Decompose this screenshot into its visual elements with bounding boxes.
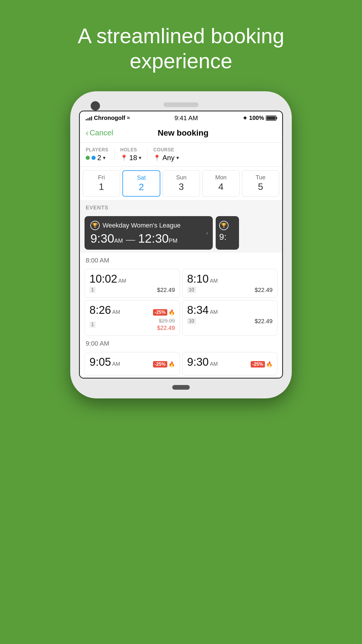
slot-905[interactable]: 9:05 AM -25% 🔥 xyxy=(85,352,180,375)
holes-value-row[interactable]: 📍 18 ▾ xyxy=(120,154,142,162)
slot-original-price-826: $29.99 xyxy=(159,318,175,324)
phone-screen: Chronogolf ≈ 9:41 AM ✦ 100% ‹ Cancel New… xyxy=(79,111,283,379)
course-label: COURSE xyxy=(153,147,276,153)
trophy-icon-partial: 🏆 xyxy=(219,221,229,230)
nav-title: New booking xyxy=(113,128,253,138)
date-day-sun: Sun xyxy=(176,174,187,181)
signal-bar-2 xyxy=(87,118,89,120)
course-value-row[interactable]: 📍 Any ▾ xyxy=(153,154,276,162)
time-section-9am: 9:00 AM xyxy=(80,336,282,350)
date-num-sun: 3 xyxy=(179,181,184,192)
player-dot-1 xyxy=(86,156,90,160)
date-cell-sat[interactable]: Sat 2 xyxy=(122,170,160,197)
slot-bottom-810: 10 $22.49 xyxy=(187,287,273,293)
event-header: 🏆 Weekday Women's League xyxy=(90,221,207,230)
event-name: Weekday Women's League xyxy=(103,222,181,229)
holes-pin-icon: 📍 xyxy=(120,154,128,161)
date-day-sat: Sat xyxy=(137,174,146,181)
wifi-icon: ≈ xyxy=(127,115,130,121)
slot-price-1002: $22.49 xyxy=(157,287,175,293)
date-num-fri: 1 xyxy=(99,181,104,192)
players-dropdown-icon[interactable]: ▾ xyxy=(103,155,106,161)
promo-line2: experience xyxy=(130,49,232,73)
event-card-partial[interactable]: 🏆 9: xyxy=(216,216,239,250)
slot-time-930: 9:30 AM -25% 🔥 xyxy=(187,356,273,368)
slot-930[interactable]: 9:30 AM -25% 🔥 xyxy=(182,352,277,375)
event-end-ampm: PM xyxy=(169,237,178,244)
slot-time-905: 9:05 AM -25% 🔥 xyxy=(89,356,175,368)
event-start-time: 9:30 xyxy=(90,232,114,245)
events-section-label: EVENTS xyxy=(80,200,282,213)
slot-ampm-810: AM xyxy=(210,278,218,284)
slot-price-834: $22.49 xyxy=(255,318,273,325)
slot-ampm-834: AM xyxy=(210,309,218,315)
slot-826[interactable]: 8:26 AM -25% 🔥 1 $29.99 $22.49 xyxy=(85,300,180,336)
date-cell-tue[interactable]: Tue 5 xyxy=(242,170,279,197)
status-bar: Chronogolf ≈ 9:41 AM ✦ 100% xyxy=(80,111,282,124)
filter-divider-2 xyxy=(147,149,147,160)
time-section-8am: 8:00 AM xyxy=(80,253,282,267)
date-cell-mon[interactable]: Mon 4 xyxy=(202,170,240,197)
signal-bars xyxy=(86,116,92,120)
slot-time-big-930: 9:30 xyxy=(187,356,209,368)
holes-dropdown-icon[interactable]: ▾ xyxy=(139,155,141,161)
slot-810[interactable]: 8:10 AM 10 $22.49 xyxy=(182,269,277,298)
players-label: PLAYERS xyxy=(86,147,108,153)
event-start-ampm: AM xyxy=(114,237,123,244)
slot-ampm-905: AM xyxy=(112,361,120,367)
slot-bottom-834: 10 $22.49 xyxy=(187,318,273,325)
date-cell-fri[interactable]: Fri 1 xyxy=(83,170,120,197)
cancel-label[interactable]: Cancel xyxy=(89,128,113,137)
status-left: Chronogolf ≈ xyxy=(86,115,130,121)
flame-icon-930: 🔥 xyxy=(266,361,273,368)
status-right: ✦ 100% xyxy=(242,115,276,122)
date-day-tue: Tue xyxy=(256,174,266,181)
slot-time-big-810: 8:10 xyxy=(187,273,209,284)
players-value-row[interactable]: 2 ▾ xyxy=(86,154,108,162)
holes-label: HOLES xyxy=(120,147,142,153)
flame-icon-826: 🔥 xyxy=(168,309,175,316)
event-partial-time: 9: xyxy=(219,232,236,242)
discount-badge-905: -25% xyxy=(153,361,167,368)
slot-time-big-834: 8:34 xyxy=(187,304,209,316)
promo-heading: A streamlined booking experience xyxy=(50,23,312,74)
players-count: 2 xyxy=(97,154,101,162)
slot-time-big-905: 9:05 xyxy=(89,356,111,368)
event-card-1[interactable]: 🏆 Weekday Women's League 9:30 AM — 12:30… xyxy=(85,216,213,250)
slot-ampm-930: AM xyxy=(210,361,218,367)
course-filter[interactable]: COURSE 📍 Any ▾ xyxy=(153,147,276,162)
cancel-button[interactable]: ‹ Cancel xyxy=(86,128,113,138)
player-dot-2 xyxy=(92,156,96,160)
bluetooth-icon: ✦ xyxy=(242,115,247,122)
date-day-fri: Fri xyxy=(98,174,105,181)
event-dash: — xyxy=(126,234,135,245)
slot-badge-826: 1 xyxy=(89,321,96,328)
signal-bar-3 xyxy=(89,117,90,120)
slot-834[interactable]: 8:34 AM 10 $22.49 xyxy=(182,300,277,336)
back-chevron-icon: ‹ xyxy=(86,128,88,138)
slot-bottom-1002: 1 $22.49 xyxy=(89,287,175,293)
course-dropdown-icon[interactable]: ▾ xyxy=(176,155,179,161)
event-arrow-icon[interactable]: › xyxy=(206,230,208,236)
phone-mockup: Chronogolf ≈ 9:41 AM ✦ 100% ‹ Cancel New… xyxy=(70,91,292,398)
slot-ampm-1002: AM xyxy=(118,278,126,284)
date-num-sat: 2 xyxy=(139,182,144,192)
holes-filter[interactable]: HOLES 📍 18 ▾ xyxy=(120,147,142,162)
holes-count: 18 xyxy=(129,154,137,162)
date-selector: Fri 1 Sat 2 Sun 3 Mon 4 Tue 5 xyxy=(80,167,282,200)
date-num-mon: 4 xyxy=(218,181,224,192)
players-filter[interactable]: PLAYERS 2 ▾ xyxy=(86,147,108,162)
slot-bottom-826: 1 $29.99 $22.49 xyxy=(89,318,175,331)
carrier-label: Chronogolf xyxy=(94,115,125,121)
phone-speaker xyxy=(164,102,198,107)
slot-1002[interactable]: 10:02 AM 1 $22.49 xyxy=(85,269,180,298)
slot-price-col-826: $29.99 $22.49 xyxy=(157,318,175,331)
phone-home-button[interactable] xyxy=(172,385,190,390)
events-scroll: 🏆 Weekday Women's League 9:30 AM — 12:30… xyxy=(80,213,282,253)
flame-icon-905: 🔥 xyxy=(168,361,175,368)
status-time: 9:41 AM xyxy=(174,114,198,122)
date-day-mon: Mon xyxy=(215,174,227,181)
battery-icon xyxy=(266,116,276,121)
date-cell-sun[interactable]: Sun 3 xyxy=(163,170,200,197)
date-num-tue: 5 xyxy=(258,181,263,192)
